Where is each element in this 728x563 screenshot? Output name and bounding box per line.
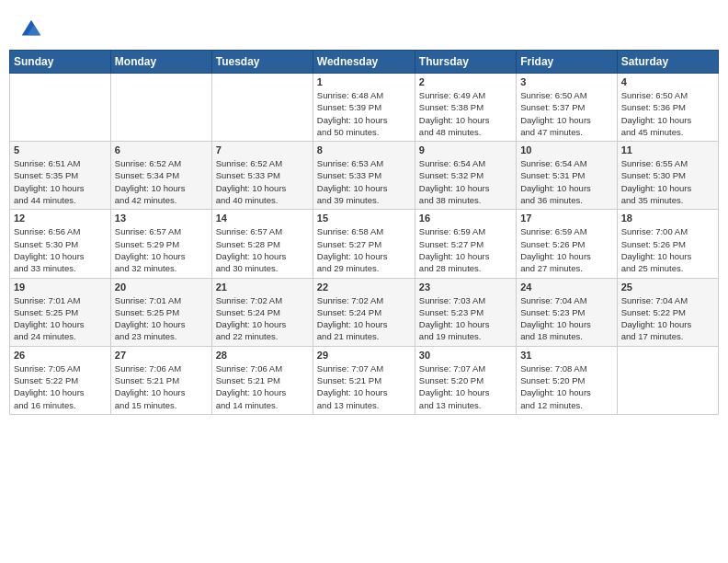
day-info: Sunrise: 7:02 AM Sunset: 5:24 PM Dayligh… — [216, 294, 309, 343]
day-number: 25 — [621, 282, 714, 293]
day-cell: 3Sunrise: 6:50 AM Sunset: 5:37 PM Daylig… — [517, 74, 617, 142]
day-cell: 1Sunrise: 6:48 AM Sunset: 5:39 PM Daylig… — [313, 74, 415, 142]
day-cell: 13Sunrise: 6:57 AM Sunset: 5:29 PM Dayli… — [110, 210, 211, 278]
day-cell: 25Sunrise: 7:04 AM Sunset: 5:22 PM Dayli… — [617, 278, 718, 346]
day-number: 9 — [419, 144, 512, 155]
day-info: Sunrise: 7:08 AM Sunset: 5:20 PM Dayligh… — [520, 362, 612, 411]
day-info: Sunrise: 7:06 AM Sunset: 5:21 PM Dayligh… — [216, 362, 309, 411]
day-number: 23 — [419, 282, 512, 293]
day-info: Sunrise: 7:01 AM Sunset: 5:25 PM Dayligh… — [14, 294, 107, 343]
day-cell: 31Sunrise: 7:08 AM Sunset: 5:20 PM Dayli… — [517, 346, 617, 414]
day-info: Sunrise: 6:51 AM Sunset: 5:35 PM Dayligh… — [14, 157, 107, 206]
day-number: 17 — [520, 213, 612, 224]
day-cell: 2Sunrise: 6:49 AM Sunset: 5:38 PM Daylig… — [415, 74, 516, 142]
day-cell: 10Sunrise: 6:54 AM Sunset: 5:31 PM Dayli… — [517, 142, 617, 210]
day-info: Sunrise: 6:57 AM Sunset: 5:29 PM Dayligh… — [115, 225, 208, 274]
day-number: 18 — [621, 213, 714, 224]
day-number: 2 — [419, 76, 512, 87]
day-info: Sunrise: 7:04 AM Sunset: 5:23 PM Dayligh… — [520, 294, 612, 343]
day-cell: 22Sunrise: 7:02 AM Sunset: 5:24 PM Dayli… — [313, 278, 415, 346]
day-number: 7 — [216, 144, 309, 155]
day-info: Sunrise: 7:03 AM Sunset: 5:23 PM Dayligh… — [419, 294, 512, 343]
day-info: Sunrise: 7:07 AM Sunset: 5:20 PM Dayligh… — [419, 362, 512, 411]
week-row-3: 12Sunrise: 6:56 AM Sunset: 5:30 PM Dayli… — [10, 210, 719, 278]
day-number: 26 — [14, 350, 107, 361]
day-info: Sunrise: 6:52 AM Sunset: 5:33 PM Dayligh… — [216, 157, 309, 206]
header-wednesday: Wednesday — [313, 51, 415, 74]
day-info: Sunrise: 6:52 AM Sunset: 5:34 PM Dayligh… — [115, 157, 208, 206]
day-info: Sunrise: 6:50 AM Sunset: 5:37 PM Dayligh… — [520, 89, 612, 138]
day-info: Sunrise: 7:06 AM Sunset: 5:21 PM Dayligh… — [115, 362, 208, 411]
day-info: Sunrise: 6:50 AM Sunset: 5:36 PM Dayligh… — [621, 89, 714, 138]
day-info: Sunrise: 6:53 AM Sunset: 5:33 PM Dayligh… — [317, 157, 411, 206]
day-cell: 29Sunrise: 7:07 AM Sunset: 5:21 PM Dayli… — [313, 346, 415, 414]
day-info: Sunrise: 6:54 AM Sunset: 5:32 PM Dayligh… — [419, 157, 512, 206]
calendar-header-row: SundayMondayTuesdayWednesdayThursdayFrid… — [10, 51, 719, 74]
day-number: 20 — [115, 282, 208, 293]
day-cell: 12Sunrise: 6:56 AM Sunset: 5:30 PM Dayli… — [10, 210, 111, 278]
day-cell: 4Sunrise: 6:50 AM Sunset: 5:36 PM Daylig… — [617, 74, 718, 142]
logo — [18, 17, 48, 42]
day-number: 24 — [520, 282, 612, 293]
day-number: 3 — [520, 76, 612, 87]
day-cell: 6Sunrise: 6:52 AM Sunset: 5:34 PM Daylig… — [110, 142, 211, 210]
day-info: Sunrise: 7:01 AM Sunset: 5:25 PM Dayligh… — [115, 294, 208, 343]
day-cell: 24Sunrise: 7:04 AM Sunset: 5:23 PM Dayli… — [517, 278, 617, 346]
day-cell: 18Sunrise: 7:00 AM Sunset: 5:26 PM Dayli… — [617, 210, 718, 278]
day-cell: 14Sunrise: 6:57 AM Sunset: 5:28 PM Dayli… — [211, 210, 313, 278]
day-cell: 27Sunrise: 7:06 AM Sunset: 5:21 PM Dayli… — [110, 346, 211, 414]
calendar: SundayMondayTuesdayWednesdayThursdayFrid… — [9, 50, 719, 415]
day-cell: 17Sunrise: 6:59 AM Sunset: 5:26 PM Dayli… — [517, 210, 617, 278]
day-number: 30 — [419, 350, 512, 361]
day-number: 29 — [317, 350, 411, 361]
header-saturday: Saturday — [617, 51, 718, 74]
day-cell: 11Sunrise: 6:55 AM Sunset: 5:30 PM Dayli… — [617, 142, 718, 210]
day-info: Sunrise: 7:00 AM Sunset: 5:26 PM Dayligh… — [621, 225, 714, 274]
day-info: Sunrise: 6:56 AM Sunset: 5:30 PM Dayligh… — [14, 225, 107, 274]
week-row-4: 19Sunrise: 7:01 AM Sunset: 5:25 PM Dayli… — [10, 278, 719, 346]
day-number: 19 — [14, 282, 107, 293]
header — [9, 9, 719, 46]
day-number: 15 — [317, 213, 411, 224]
day-cell — [211, 74, 313, 142]
day-number: 22 — [317, 282, 411, 293]
header-tuesday: Tuesday — [211, 51, 313, 74]
day-info: Sunrise: 7:02 AM Sunset: 5:24 PM Dayligh… — [317, 294, 411, 343]
day-number: 11 — [621, 144, 714, 155]
week-row-2: 5Sunrise: 6:51 AM Sunset: 5:35 PM Daylig… — [10, 142, 719, 210]
day-number: 4 — [621, 76, 714, 87]
day-number: 16 — [419, 213, 512, 224]
day-info: Sunrise: 6:58 AM Sunset: 5:27 PM Dayligh… — [317, 225, 411, 274]
day-number: 1 — [317, 76, 411, 87]
day-info: Sunrise: 7:05 AM Sunset: 5:22 PM Dayligh… — [14, 362, 107, 411]
day-number: 21 — [216, 282, 309, 293]
day-number: 6 — [115, 144, 208, 155]
header-thursday: Thursday — [415, 51, 516, 74]
week-row-1: 1Sunrise: 6:48 AM Sunset: 5:39 PM Daylig… — [10, 74, 719, 142]
day-cell: 9Sunrise: 6:54 AM Sunset: 5:32 PM Daylig… — [415, 142, 516, 210]
day-info: Sunrise: 7:04 AM Sunset: 5:22 PM Dayligh… — [621, 294, 714, 343]
day-cell: 19Sunrise: 7:01 AM Sunset: 5:25 PM Dayli… — [10, 278, 111, 346]
day-info: Sunrise: 7:07 AM Sunset: 5:21 PM Dayligh… — [317, 362, 411, 411]
day-cell: 16Sunrise: 6:59 AM Sunset: 5:27 PM Dayli… — [415, 210, 516, 278]
day-info: Sunrise: 6:49 AM Sunset: 5:38 PM Dayligh… — [419, 89, 512, 138]
day-cell: 28Sunrise: 7:06 AM Sunset: 5:21 PM Dayli… — [211, 346, 313, 414]
day-number: 8 — [317, 144, 411, 155]
day-cell: 15Sunrise: 6:58 AM Sunset: 5:27 PM Dayli… — [313, 210, 415, 278]
header-sunday: Sunday — [10, 51, 111, 74]
day-cell: 21Sunrise: 7:02 AM Sunset: 5:24 PM Dayli… — [211, 278, 313, 346]
day-cell: 7Sunrise: 6:52 AM Sunset: 5:33 PM Daylig… — [211, 142, 313, 210]
day-cell — [10, 74, 111, 142]
day-cell — [110, 74, 211, 142]
day-number: 5 — [14, 144, 107, 155]
day-number: 12 — [14, 213, 107, 224]
header-friday: Friday — [517, 51, 617, 74]
day-info: Sunrise: 6:57 AM Sunset: 5:28 PM Dayligh… — [216, 225, 309, 274]
day-cell: 23Sunrise: 7:03 AM Sunset: 5:23 PM Dayli… — [415, 278, 516, 346]
day-info: Sunrise: 6:54 AM Sunset: 5:31 PM Dayligh… — [520, 157, 612, 206]
day-cell: 5Sunrise: 6:51 AM Sunset: 5:35 PM Daylig… — [10, 142, 111, 210]
day-cell: 20Sunrise: 7:01 AM Sunset: 5:25 PM Dayli… — [110, 278, 211, 346]
day-cell: 30Sunrise: 7:07 AM Sunset: 5:20 PM Dayli… — [415, 346, 516, 414]
day-info: Sunrise: 6:48 AM Sunset: 5:39 PM Dayligh… — [317, 89, 411, 138]
day-cell: 26Sunrise: 7:05 AM Sunset: 5:22 PM Dayli… — [10, 346, 111, 414]
